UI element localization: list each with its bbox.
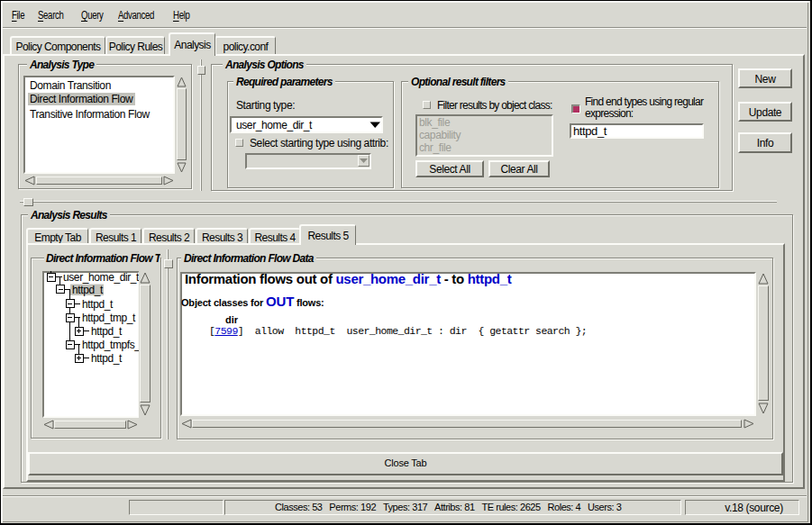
svg-text:httpd_tmpfs_: httpd_tmpfs_	[82, 339, 140, 351]
svg-text:httpd_t: httpd_t	[91, 325, 123, 338]
svg-text:httpd_tmp_t: httpd_tmp_t	[82, 312, 136, 324]
svg-text:httpd_t: httpd_t	[82, 298, 114, 311]
svg-text:user_home_dir_t: user_home_dir_t	[63, 271, 140, 284]
svg-text:httpd_t: httpd_t	[91, 352, 123, 365]
svg-text:httpd_t: httpd_t	[72, 284, 104, 296]
